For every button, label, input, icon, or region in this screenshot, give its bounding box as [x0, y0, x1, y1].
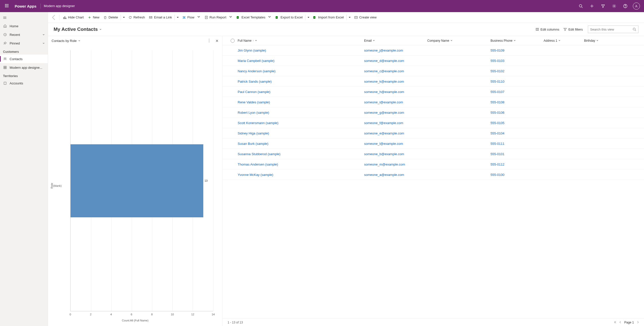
cmd-export-excel-dropdown[interactable] — [306, 14, 311, 21]
contact-phone-link[interactable]: 555-0112 — [491, 162, 504, 166]
cmd-run-report[interactable]: Run Report — [203, 14, 234, 21]
cmd-flow[interactable]: Flow — [180, 14, 202, 21]
chart-more-button[interactable]: ⋮ — [207, 39, 211, 43]
cmd-delete-dropdown[interactable] — [121, 14, 126, 21]
contact-email-link[interactable]: someone_l@example.com — [364, 142, 403, 146]
col-phone[interactable]: Business Phone — [491, 39, 544, 42]
search-input[interactable] — [590, 28, 633, 31]
page-prev-button[interactable] — [619, 321, 622, 324]
cmd-hide-chart[interactable]: Hide Chart — [61, 14, 86, 21]
contact-phone-link[interactable]: 555-0105 — [491, 121, 504, 125]
contact-name-link[interactable]: Sidney Higa (sample) — [238, 131, 269, 135]
global-add-button[interactable] — [586, 0, 597, 12]
global-filter-button[interactable] — [597, 0, 609, 12]
table-row[interactable]: Thomas Andersen (sample)someone_m@exampl… — [223, 159, 644, 170]
col-full-name[interactable]: Full Name↑ — [238, 39, 364, 42]
contact-email-link[interactable]: someone_b@example.com — [364, 152, 404, 156]
global-settings-button[interactable] — [609, 0, 620, 12]
back-button[interactable] — [50, 14, 58, 21]
contact-email-link[interactable]: someone_f@example.com — [364, 121, 403, 125]
contact-phone-link[interactable]: 555-0107 — [491, 90, 504, 94]
contact-email-link[interactable]: someone_c@example.com — [364, 69, 404, 73]
cmd-delete[interactable]: Delete — [101, 14, 120, 21]
cmd-new[interactable]: New — [86, 14, 101, 21]
col-address[interactable]: Address 1 — [544, 39, 584, 42]
select-all[interactable] — [228, 39, 238, 43]
collapse-nav-button[interactable] — [0, 14, 48, 22]
contact-email-link[interactable]: someone_d@example.com — [364, 59, 404, 63]
contact-phone-link[interactable]: 555-0111 — [491, 142, 504, 146]
table-row[interactable]: Nancy Anderson (sample)someone_c@example… — [223, 66, 644, 76]
contact-name-link[interactable]: Susanna Stubberod (sample) — [238, 152, 280, 156]
table-row[interactable]: Susanna Stubberod (sample)someone_b@exam… — [223, 149, 644, 159]
contact-email-link[interactable]: someone_k@example.com — [364, 80, 404, 83]
contact-email-link[interactable]: someone_m@example.com — [364, 162, 405, 166]
chart-selector[interactable]: Contacts by Role — [52, 39, 80, 43]
nav-contacts[interactable]: Contacts — [0, 55, 48, 63]
contact-phone-link[interactable]: 555-0106 — [491, 111, 504, 114]
contact-phone-link[interactable]: 555-0104 — [491, 131, 504, 135]
chart-close-button[interactable]: ✕ — [215, 39, 219, 43]
contact-name-link[interactable]: Paul Cannon (sample) — [238, 90, 270, 94]
contact-phone-link[interactable]: 555-0100 — [491, 173, 504, 177]
contact-name-link[interactable]: Rene Valdes (sample) — [238, 100, 270, 104]
contact-email-link[interactable]: someone_i@example.com — [364, 100, 403, 104]
contact-phone-link[interactable]: 555-0108 — [491, 100, 504, 104]
waffle-button[interactable] — [2, 0, 12, 12]
col-birthday[interactable]: Birthday — [584, 39, 639, 42]
contact-phone-link[interactable]: 555-0102 — [491, 69, 504, 73]
table-row[interactable]: Patrick Sands (sample)someone_k@example.… — [223, 76, 644, 87]
cmd-create-view[interactable]: Create view — [352, 14, 379, 21]
contact-email-link[interactable]: someone_j@example.com — [364, 49, 403, 52]
contact-name-link[interactable]: Scott Konersmann (sample) — [238, 121, 278, 125]
cmd-import-excel-dropdown[interactable] — [347, 14, 352, 21]
cmd-email-link-dropdown[interactable] — [175, 14, 180, 21]
contact-name-link[interactable]: Thomas Andersen (sample) — [238, 162, 278, 166]
global-help-button[interactable] — [620, 0, 631, 12]
view-selector[interactable]: My Active Contacts — [54, 27, 102, 32]
cmd-email-link[interactable]: Email a Link — [147, 14, 174, 21]
nav-home[interactable]: Home — [0, 22, 48, 30]
contact-email-link[interactable]: someone_a@example.com — [364, 173, 404, 177]
chart-plot-area[interactable] — [70, 50, 213, 311]
table-row[interactable]: Scott Konersmann (sample)someone_f@examp… — [223, 118, 644, 128]
nav-accounts[interactable]: Accounts — [0, 79, 48, 87]
contact-name-link[interactable]: Jim Glynn (sample) — [238, 49, 266, 52]
col-email[interactable]: Email — [364, 39, 427, 42]
cmd-refresh[interactable]: Refresh — [126, 14, 147, 21]
cmd-export-excel[interactable]: Export to Excel — [273, 14, 304, 21]
table-row[interactable]: Jim Glynn (sample)someone_j@example.com5… — [223, 45, 644, 56]
page-next-button[interactable] — [636, 321, 639, 324]
table-row[interactable]: Yvonne McKay (sample)someone_a@example.c… — [223, 170, 644, 180]
table-row[interactable]: Maria Campbell (sample)someone_d@example… — [223, 56, 644, 66]
nav-recent[interactable]: Recent — [0, 30, 48, 39]
contact-phone-link[interactable]: 555-0103 — [491, 59, 504, 63]
cmd-excel-templates[interactable]: Excel Templates — [234, 14, 273, 21]
nav-pinned[interactable]: Pinned — [0, 39, 48, 48]
table-row[interactable]: Paul Cannon (sample)someone_h@example.co… — [223, 87, 644, 97]
contact-email-link[interactable]: someone_h@example.com — [364, 90, 404, 94]
chart-bar[interactable] — [71, 144, 203, 217]
contact-email-link[interactable]: someone_e@example.com — [364, 131, 404, 135]
edit-columns-button[interactable]: Edit columns — [534, 26, 561, 33]
table-row[interactable]: Susan Burk (sample)someone_l@example.com… — [223, 138, 644, 149]
contact-name-link[interactable]: Maria Campbell (sample) — [238, 59, 274, 63]
table-row[interactable]: Sidney Higa (sample)someone_e@example.co… — [223, 128, 644, 138]
cmd-import-excel[interactable]: Import from Excel — [311, 14, 346, 21]
contact-email-link[interactable]: someone_g@example.com — [364, 111, 404, 114]
nav-modern-app[interactable]: Modern app designe... — [0, 63, 48, 72]
user-avatar[interactable]: JL — [633, 3, 640, 10]
contact-name-link[interactable]: Yvonne McKay (sample) — [238, 173, 273, 177]
designer-label[interactable]: Modern app designer — [40, 4, 78, 9]
contact-name-link[interactable]: Patrick Sands (sample) — [238, 80, 272, 83]
table-row[interactable]: Robert Lyon (sample)someone_g@example.co… — [223, 107, 644, 118]
page-first-button[interactable] — [614, 321, 617, 324]
edit-filters-button[interactable]: Edit filters — [561, 26, 585, 33]
contact-phone-link[interactable]: 555-0110 — [491, 80, 504, 83]
table-row[interactable]: Rene Valdes (sample)someone_i@example.co… — [223, 97, 644, 107]
contact-name-link[interactable]: Susan Burk (sample) — [238, 142, 268, 146]
contact-phone-link[interactable]: 555-0109 — [491, 49, 504, 52]
contact-phone-link[interactable]: 555-0101 — [491, 152, 504, 156]
search-box[interactable] — [588, 26, 638, 33]
global-search-button[interactable] — [575, 0, 586, 12]
